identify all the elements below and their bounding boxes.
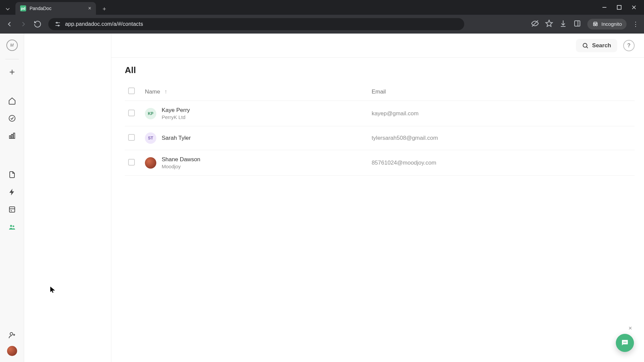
new-tab-button[interactable]: + [99, 3, 110, 15]
contact-company: PerryK Ltd [162, 114, 190, 120]
svg-point-33 [623, 342, 624, 343]
incognito-indicator[interactable]: Incognito [587, 19, 627, 29]
svg-rect-1 [617, 5, 621, 9]
select-all-checkbox[interactable] [128, 87, 135, 94]
rail-reports-icon[interactable] [5, 129, 19, 142]
contact-email: kayep@gmail.com [368, 101, 635, 126]
contact-company: Moodjoy [162, 164, 200, 169]
table-header-row: Name ↑ Email [125, 83, 635, 101]
url-text: app.pandadoc.com/a/#/contacts [65, 21, 143, 27]
contact-name: Kaye Perry [162, 107, 190, 114]
row-checkbox[interactable] [128, 110, 135, 116]
rail-user-avatar[interactable] [7, 346, 17, 356]
column-email[interactable]: Email [368, 83, 635, 101]
browser-tabstrip: pd PandaDoc × + [0, 0, 644, 15]
contact-email: 85761024@moodjoy.com [368, 150, 635, 176]
tab-title: PandaDoc [30, 6, 51, 11]
rail-tasks-icon[interactable] [5, 112, 19, 125]
section-title: All [125, 65, 635, 75]
svg-point-16 [9, 115, 15, 121]
window-close-icon[interactable] [631, 4, 637, 11]
contact-avatar [145, 157, 156, 169]
window-maximize-icon[interactable] [616, 4, 623, 11]
svg-rect-19 [13, 133, 15, 138]
reload-button[interactable] [33, 19, 42, 29]
main-area: Contacts Search ? Contact [111, 34, 644, 362]
table-row[interactable]: Shane Dawson Moodjoy 85761024@moodjoy.co… [125, 150, 635, 176]
workspace-logo[interactable]: M [6, 40, 18, 51]
back-button[interactable] [5, 19, 14, 29]
forward-button[interactable] [19, 19, 28, 29]
contact-name: Sarah Tyler [162, 135, 191, 141]
table-row[interactable]: KP Kaye Perry PerryK Ltd kayep@gmail.com [125, 101, 635, 126]
contact-avatar: ST [145, 132, 156, 144]
svg-point-24 [10, 333, 13, 335]
browser-tab[interactable]: pd PandaDoc × [15, 2, 96, 15]
rail-divider [5, 59, 19, 59]
rail-home-icon[interactable] [5, 94, 19, 108]
svg-point-23 [12, 226, 14, 227]
table-row[interactable]: ST Sarah Tyler tylersarah508@gmail.com [125, 126, 635, 150]
svg-point-22 [10, 225, 12, 227]
bookmark-icon[interactable] [545, 19, 553, 29]
site-settings-icon[interactable] [54, 21, 61, 27]
tracking-protection-icon[interactable] [531, 19, 539, 29]
search-button[interactable]: Search [576, 39, 617, 52]
contact-name: Shane Dawson [162, 156, 200, 163]
tab-favicon: pd [20, 5, 26, 11]
row-checkbox[interactable] [128, 134, 135, 141]
app-root: M [0, 34, 644, 362]
window-controls [601, 0, 644, 15]
page-header: Contacts Search ? [24, 34, 644, 58]
tab-search-button[interactable] [2, 3, 13, 15]
svg-rect-20 [9, 207, 15, 212]
sort-asc-icon: ↑ [164, 88, 167, 95]
address-bar[interactable]: app.pandadoc.com/a/#/contacts [48, 18, 464, 30]
svg-line-30 [587, 47, 588, 48]
column-name-label: Name [145, 88, 160, 95]
rail-invite-icon[interactable] [5, 328, 19, 342]
rail-library-icon[interactable] [5, 203, 19, 216]
chat-fab[interactable] [616, 334, 634, 352]
svg-point-35 [626, 342, 627, 343]
svg-point-29 [583, 43, 587, 47]
rail-documents-icon[interactable] [5, 168, 19, 181]
svg-point-34 [625, 342, 626, 343]
svg-point-13 [596, 24, 597, 26]
rail-contacts-icon[interactable] [5, 220, 19, 234]
window-minimize-icon[interactable] [601, 4, 608, 11]
svg-rect-17 [9, 136, 11, 138]
search-label: Search [592, 42, 611, 49]
svg-marker-9 [546, 20, 552, 26]
sidepanel-icon[interactable] [573, 19, 581, 29]
help-button[interactable]: ? [623, 40, 635, 51]
rail-new-icon[interactable] [5, 65, 19, 79]
contact-avatar: KP [145, 108, 156, 119]
incognito-label: Incognito [601, 21, 622, 27]
svg-point-12 [593, 24, 595, 26]
browser-toolbar: app.pandadoc.com/a/#/contacts Incognito … [0, 15, 644, 34]
tab-close-icon[interactable]: × [88, 5, 91, 11]
svg-rect-10 [575, 21, 580, 26]
row-checkbox[interactable] [128, 159, 135, 166]
downloads-icon[interactable] [559, 19, 567, 29]
chat-dismiss-icon[interactable]: × [627, 324, 634, 332]
column-name[interactable]: Name ↑ [142, 83, 368, 101]
rail-automation-icon[interactable] [5, 185, 19, 199]
sidebar [24, 34, 111, 362]
svg-rect-18 [11, 134, 13, 138]
browser-menu-icon[interactable]: ⋮ [633, 20, 639, 28]
contacts-table: Name ↑ Email KP Kaye Perry PerryK Ltd ka… [125, 83, 635, 176]
nav-rail: M [0, 34, 24, 362]
contact-email: tylersarah508@gmail.com [368, 126, 635, 150]
